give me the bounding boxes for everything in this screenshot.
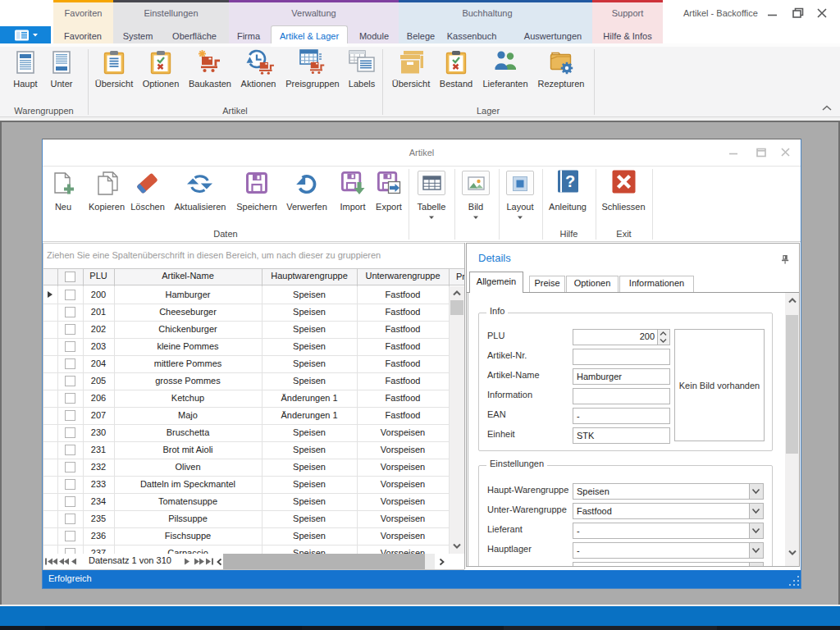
svg-text:?: ?	[565, 172, 575, 190]
